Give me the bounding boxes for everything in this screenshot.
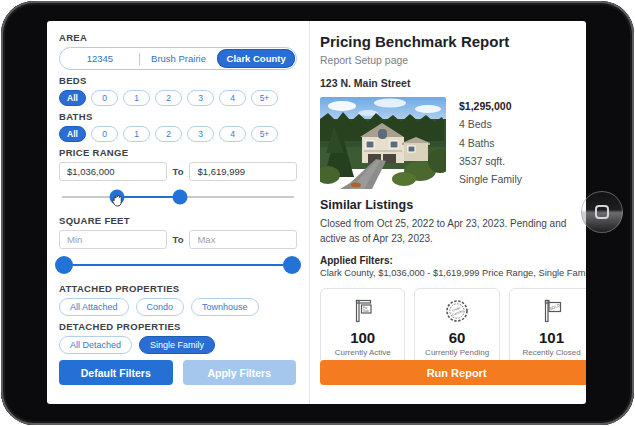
sqft-min-input[interactable]	[59, 230, 167, 249]
page-subtitle: Report Setup page	[320, 54, 586, 66]
sqft-to-label: To	[173, 234, 184, 245]
baths-chip-1[interactable]: 1	[123, 126, 150, 142]
area-option-12345[interactable]: 12345	[61, 49, 139, 68]
baths-chip-0[interactable]: 0	[91, 126, 118, 142]
baths-chip-4[interactable]: 4	[219, 126, 246, 142]
stat-card-pending: Under Contract 60 Currently Pending	[414, 288, 499, 364]
beds-chip-group: All 0 1 2 3 4 5+	[59, 90, 297, 106]
beds-chip-1[interactable]: 1	[123, 90, 150, 106]
beds-chip-4[interactable]: 4	[219, 90, 246, 106]
property-card: $1,295,000 4 Beds 4 Baths 3537 sqft. Sin…	[320, 97, 586, 189]
price-range-inputs: To	[59, 162, 297, 181]
baths-chip-2[interactable]: 2	[155, 126, 182, 142]
app-screen: AREA 12345 Brush Prairie Clark County BE…	[47, 21, 586, 404]
baths-label: BATHS	[59, 111, 297, 122]
default-filters-button[interactable]: Default Filters	[59, 360, 173, 385]
price-slider-low-handle[interactable]	[109, 190, 124, 205]
filters-panel: AREA 12345 Brush Prairie Clark County BE…	[47, 21, 310, 404]
stat-card-active: For Sale 100 Currently Active	[320, 288, 405, 364]
area-option-clark-county[interactable]: Clark County	[217, 49, 295, 68]
apply-filters-button[interactable]: Apply Filters	[183, 360, 297, 385]
page-title: Pricing Benchmark Report	[320, 33, 586, 50]
sqft-slider-high-handle[interactable]	[283, 256, 301, 274]
tablet-frame: AREA 12345 Brush Prairie Clark County BE…	[1, 1, 634, 425]
stat-label-active: Currently Active	[323, 348, 402, 357]
square-feet-inputs: To	[59, 230, 297, 249]
area-segmented-control: 12345 Brush Prairie Clark County	[59, 47, 297, 70]
stat-label-pending: Currently Pending	[417, 348, 496, 357]
svg-text:Sale: Sale	[363, 309, 369, 313]
property-beds: 4 Beds	[459, 118, 522, 130]
under-contract-stamp-icon: Under Contract	[417, 296, 496, 326]
attached-properties-label: ATTACHED PROPERTIES	[59, 283, 297, 294]
pill-single-family[interactable]: Single Family	[139, 336, 215, 354]
property-details: $1,295,000 4 Beds 4 Baths 3537 sqft. Sin…	[459, 97, 522, 189]
pill-all-detached[interactable]: All Detached	[59, 336, 132, 354]
price-slider-high-handle[interactable]	[173, 190, 188, 205]
detached-pill-group: All Detached Single Family	[59, 336, 297, 354]
property-type: Single Family	[459, 173, 522, 185]
square-feet-slider	[62, 251, 294, 278]
baths-chip-3[interactable]: 3	[187, 126, 214, 142]
stat-value-active: 100	[323, 329, 402, 346]
run-report-button[interactable]: Run Report	[320, 360, 586, 385]
price-to-label: To	[173, 166, 184, 177]
detached-properties-label: DETACHED PROPERTIES	[59, 321, 297, 332]
slider-fill	[64, 264, 291, 266]
stat-value-pending: 60	[417, 329, 496, 346]
price-range-slider	[62, 183, 294, 210]
price-max-input[interactable]	[189, 162, 297, 181]
beds-chip-0[interactable]: 0	[91, 90, 118, 106]
beds-label: BEDS	[59, 75, 297, 86]
home-button[interactable]	[581, 191, 623, 233]
page: AREA 12345 Brush Prairie Clark County BE…	[0, 0, 635, 426]
baths-chip-group: All 0 1 2 3 4 5+	[59, 126, 297, 142]
for-sale-sign-icon: For Sale	[323, 296, 402, 326]
report-panel: Pricing Benchmark Report Report Setup pa…	[310, 21, 586, 404]
pill-townhouse[interactable]: Townhouse	[191, 298, 259, 316]
sqft-slider-low-handle[interactable]	[55, 256, 73, 274]
stats-row: For Sale 100 Currently Active	[320, 288, 586, 364]
price-range-label: PRICE RANGE	[59, 147, 297, 158]
similar-listings-description: Closed from Oct 25, 2022 to Apr 23, 2023…	[320, 217, 586, 246]
home-button-square	[595, 205, 609, 219]
applied-filters-heading: Applied Filters:	[320, 255, 586, 266]
applied-filters-text: Clark County, $1,036,000 - $1,619,999 Pr…	[320, 268, 586, 278]
sqft-max-input[interactable]	[189, 230, 297, 249]
baths-chip-5plus[interactable]: 5+	[251, 126, 278, 142]
baths-chip-all[interactable]: All	[59, 126, 86, 142]
house-photo-illustration	[320, 97, 446, 189]
stat-label-closed: Recently Closed	[512, 348, 586, 357]
beds-chip-all[interactable]: All	[59, 90, 86, 106]
property-price: $1,295,000	[459, 100, 522, 112]
pill-all-attached[interactable]: All Attached	[59, 298, 129, 316]
property-baths: 4 Baths	[459, 137, 522, 149]
area-label: AREA	[59, 32, 297, 43]
stat-value-closed: 101	[512, 329, 586, 346]
property-sqft: 3537 sqft.	[459, 155, 522, 167]
similar-listings-heading: Similar Listings	[320, 198, 586, 212]
pill-condo[interactable]: Condo	[136, 298, 185, 316]
filter-buttons-row: Default Filters Apply Filters	[59, 360, 296, 385]
beds-chip-2[interactable]: 2	[155, 90, 182, 106]
property-photo	[320, 97, 446, 189]
beds-chip-3[interactable]: 3	[187, 90, 214, 106]
slider-fill	[117, 196, 181, 198]
price-min-input[interactable]	[59, 162, 167, 181]
sold-sign-icon: SOLD	[512, 296, 586, 326]
stat-card-closed: SOLD 101 Recently Closed	[509, 288, 586, 364]
square-feet-label: SQUARE FEET	[59, 215, 297, 226]
property-address: 123 N. Main Street	[320, 77, 586, 89]
beds-chip-5plus[interactable]: 5+	[251, 90, 278, 106]
area-option-brush-prairie[interactable]: Brush Prairie	[140, 49, 218, 68]
attached-pill-group: All Attached Condo Townhouse	[59, 298, 297, 316]
